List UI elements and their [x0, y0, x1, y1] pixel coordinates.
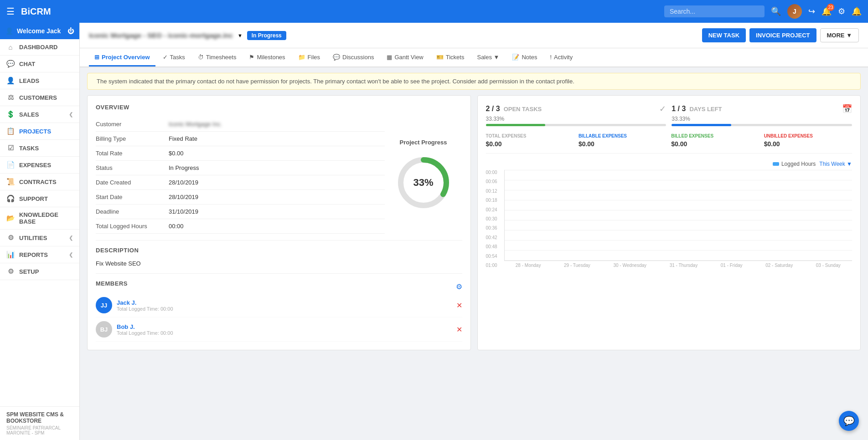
tab-tickets[interactable]: 🎫 Tickets — [431, 48, 470, 67]
sidebar-item-tasks[interactable]: ☑ TASKS — [0, 140, 79, 157]
legend-dot — [773, 162, 779, 166]
member-time-bob: Total Logged Time: 00:00 — [117, 330, 452, 336]
overview-rate-row: Total Rate $0.00 — [96, 146, 385, 161]
unbilled-expenses: UNBILLED EXPENSES $0.00 — [764, 133, 852, 148]
tab-tasks[interactable]: ✓ Tasks — [157, 48, 191, 67]
tab-project-overview[interactable]: ⊞ Project Overview — [89, 48, 155, 67]
sidebar-item-chat[interactable]: 💬 CHAT — [0, 56, 79, 72]
sidebar-item-dashboard[interactable]: ⌂ DASHBOARD — [0, 39, 79, 56]
expenses-icon: 📄 — [6, 161, 15, 169]
chart-bars — [505, 170, 852, 261]
power-icon[interactable]: ⏻ — [67, 27, 74, 35]
projects-icon: 📋 — [6, 127, 15, 135]
avatar[interactable]: J — [787, 4, 802, 19]
stats-card: 2 / 3 OPEN TASKS ✓ 33.33% 1 / 3 DAYS LEF… — [477, 95, 861, 350]
sidebar-item-leads[interactable]: 👤 LEADS — [0, 72, 79, 89]
tasks-tab-icon: ✓ — [163, 54, 168, 61]
discussions-icon: 💬 — [333, 54, 340, 61]
overview-customer-row: Customer Iconic Mortgage Inc. — [96, 117, 385, 132]
open-tasks-bar-track — [486, 124, 666, 126]
settings-icon[interactable]: ⚙ — [838, 6, 845, 16]
sidebar-item-label: SALES — [19, 111, 39, 118]
activity-icon: ! — [550, 54, 552, 61]
reports-icon: 📊 — [6, 251, 15, 259]
search-icon[interactable]: 🔍 — [771, 6, 781, 16]
bell-icon[interactable]: 🔔 — [852, 6, 862, 16]
overview-card: OVERVIEW Customer Iconic Mortgage Inc. B… — [87, 95, 471, 350]
tab-timesheets[interactable]: ⏱ Timesheets — [192, 48, 242, 67]
members-list: JJ Jack J. Total Logged Time: 00:00 ✕ BJ… — [96, 293, 462, 342]
sidebar-item-expenses[interactable]: 📄 EXPENSES — [0, 157, 79, 174]
member-remove-jack[interactable]: ✕ — [456, 301, 462, 310]
notification-icon[interactable]: 🔔 23 — [822, 6, 832, 16]
chart-header: Logged Hours This Week ▼ — [486, 161, 852, 167]
tab-sales[interactable]: Sales ▼ — [471, 48, 505, 67]
sidebar-item-customers[interactable]: ⚖ CUSTOMERS — [0, 89, 79, 106]
sidebar-item-contracts[interactable]: 📜 CONTRACTS — [0, 174, 79, 190]
overview-date-created-row: Date Created 28/10/2019 — [96, 175, 385, 190]
forward-icon[interactable]: ↪ — [808, 6, 815, 16]
user-icon: 👤 — [5, 27, 13, 35]
sidebar-item-projects[interactable]: 📋 PROJECTS — [0, 123, 79, 140]
this-week-button[interactable]: This Week ▼ — [819, 161, 852, 167]
stats-top: 2 / 3 OPEN TASKS ✓ 33.33% 1 / 3 DAYS LEF… — [486, 104, 852, 126]
utilities-icon: ⚙ — [6, 234, 15, 242]
search-input[interactable] — [664, 5, 765, 17]
days-left-pct: 33.33% — [672, 116, 852, 122]
invoice-project-button[interactable]: INVOICE PROJECT — [749, 28, 816, 42]
member-row-bob: BJ Bob J. Total Logged Time: 00:00 ✕ — [96, 317, 462, 342]
sidebar-item-knowledge-base[interactable]: 📂 KNOWLEDGE BASE — [0, 207, 79, 230]
tab-notes[interactable]: 📝 Notes — [506, 48, 542, 67]
tab-milestones[interactable]: ⚑ Milestones — [243, 48, 290, 67]
more-button[interactable]: MORE ▼ — [820, 28, 859, 42]
warning-message: The system indicated that the primary co… — [97, 78, 574, 85]
sidebar-item-support[interactable]: 🎧 SUPPORT — [0, 190, 79, 207]
sales-icon: 💲 — [6, 110, 15, 118]
chart-y-labels: 01:00 00:54 00:48 00:42 00:36 00:30 00:2… — [486, 170, 504, 268]
tasks-icon: ☑ — [6, 144, 15, 152]
unbilled-expenses-label: UNBILLED EXPENSES — [764, 133, 852, 138]
divider-2 — [96, 273, 462, 274]
sidebar-item-reports[interactable]: 📊 REPORTS ❮ — [0, 246, 79, 263]
members-settings-icon[interactable]: ⚙ — [456, 282, 462, 291]
timesheets-icon: ⏱ — [198, 54, 204, 61]
tab-gantt-view[interactable]: ▦ Gantt View — [381, 48, 429, 67]
notes-icon: 📝 — [512, 54, 519, 61]
brand-name: BiCRM — [21, 6, 664, 17]
sidebar-item-setup[interactable]: ⚙ SETUP — [0, 263, 79, 280]
chat-bubble-icon: 💬 — [843, 415, 855, 426]
tab-files[interactable]: 📁 Files — [293, 48, 326, 67]
member-time-jack: Total Logged Time: 00:00 — [117, 306, 452, 312]
contracts-icon: 📜 — [6, 178, 15, 186]
sidebar-item-sales[interactable]: 💲 SALES ❮ — [0, 106, 79, 123]
utilities-arrow: ❮ — [69, 235, 73, 241]
total-expenses-value: $0.00 — [486, 140, 574, 148]
setup-icon: ⚙ — [6, 267, 15, 276]
progress-container: Project Progress 33% — [385, 117, 462, 234]
tab-discussions[interactable]: 💬 Discussions — [327, 48, 379, 67]
sidebar-item-label: TASKS — [19, 145, 39, 152]
chart-section: Logged Hours This Week ▼ 01:00 00:54 00:… — [486, 161, 852, 268]
tab-activity[interactable]: ! Activity — [544, 48, 578, 67]
days-left-calendar-icon: 📅 — [842, 104, 852, 114]
member-remove-bob[interactable]: ✕ — [456, 325, 462, 334]
unbilled-expenses-value: $0.00 — [764, 140, 852, 148]
project-dropdown-arrow[interactable]: ▼ — [238, 33, 243, 38]
overview-logged-hours-row: Total Logged Hours 00:00 — [96, 219, 385, 234]
hamburger-icon[interactable]: ☰ — [6, 6, 15, 17]
members-title: MEMBERS — [96, 280, 456, 287]
chart-x-labels: 28 - Monday 29 - Tuesday 30 - Wednesday … — [504, 263, 852, 268]
sidebar: 👤 Welcome Jack ⏻ ⌂ DASHBOARD 💬 CHAT 👤 LE… — [0, 23, 80, 440]
member-info-jack: Jack J. Total Logged Time: 00:00 — [117, 299, 452, 312]
sidebar-item-label: UTILITIES — [19, 235, 47, 241]
project-title: Iconic Mortgage - SEO - iconic-mortgage.… — [89, 31, 233, 39]
content-area: OVERVIEW Customer Iconic Mortgage Inc. B… — [80, 95, 868, 358]
overview-deadline-row: Deadline 31/10/2019 — [96, 205, 385, 219]
billable-expenses-label: BILLABLE EXPENSES — [579, 133, 666, 138]
chat-bubble[interactable]: 💬 — [839, 411, 859, 431]
open-tasks-value: 2 / 3 — [486, 105, 500, 113]
new-task-button[interactable]: NEW TASK — [702, 28, 746, 42]
warning-banner: The system indicated that the primary co… — [87, 73, 861, 90]
sidebar-item-utilities[interactable]: ⚙ UTILITIES ❮ — [0, 230, 79, 246]
overview-main: Customer Iconic Mortgage Inc. Billing Ty… — [96, 117, 462, 234]
